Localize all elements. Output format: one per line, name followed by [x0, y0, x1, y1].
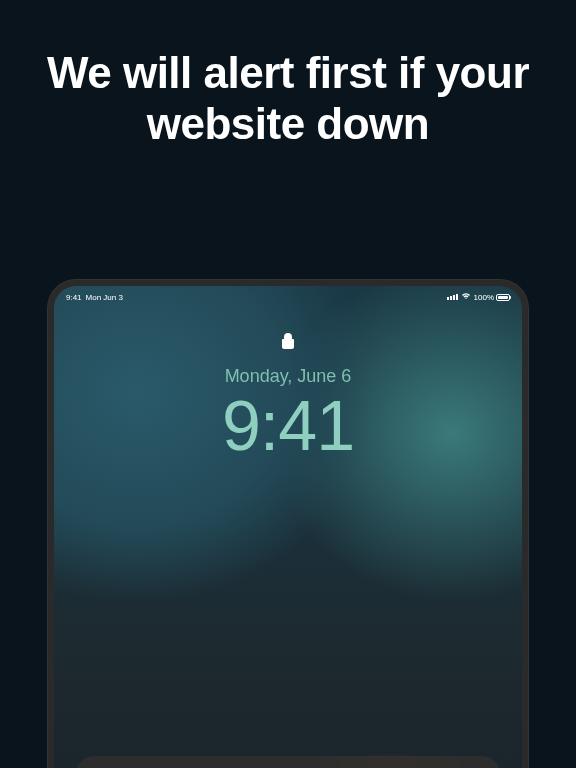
lockscreen-time: 9:41: [54, 391, 522, 461]
lock-icon: [281, 332, 295, 354]
status-time: 9:41: [66, 293, 82, 302]
marketing-headline: We will alert first if your website down: [0, 0, 576, 149]
lockscreen-date: Monday, June 6: [54, 366, 522, 387]
notification-card[interactable]: S Signaller Your website has problems Op…: [76, 756, 500, 768]
battery-icon: 100%: [474, 293, 510, 302]
status-bar: 9:41 Mon Jun 3 100%: [54, 286, 522, 302]
tablet-device-frame: 9:41 Mon Jun 3 100% Monday, June 6 9:41: [48, 280, 528, 768]
battery-percent: 100%: [474, 293, 494, 302]
status-date: Mon Jun 3: [86, 293, 123, 302]
lockscreen: Monday, June 6 9:41: [54, 302, 522, 461]
wifi-icon: [461, 292, 471, 302]
signal-icon: [447, 294, 458, 300]
device-screen: 9:41 Mon Jun 3 100% Monday, June 6 9:41: [54, 286, 522, 768]
